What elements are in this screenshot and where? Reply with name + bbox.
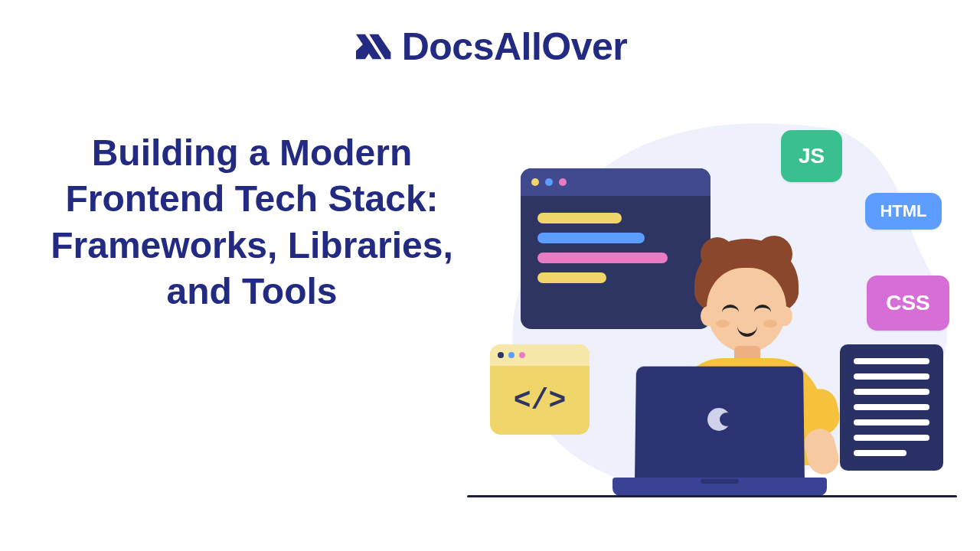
laptop-logo-icon bbox=[707, 408, 730, 431]
css-tag: CSS bbox=[867, 276, 949, 331]
brand-header: DocsAllOver bbox=[353, 24, 628, 69]
laptop-icon bbox=[612, 361, 827, 499]
doc-line-icon bbox=[854, 373, 929, 380]
desk-line-icon bbox=[467, 495, 957, 497]
window-dot-icon bbox=[559, 178, 567, 186]
cheek-icon bbox=[716, 320, 730, 328]
hero-title-block: Building a Modern Frontend Tech Stack: F… bbox=[49, 130, 455, 315]
code-tag-window-icon: </> bbox=[490, 344, 590, 435]
laptop-screen-icon bbox=[635, 367, 805, 481]
window-dot-icon bbox=[531, 178, 539, 186]
code-line-icon bbox=[537, 272, 606, 283]
brand-name: DocsAllOver bbox=[402, 24, 628, 69]
html-tag-label: HTML bbox=[880, 201, 926, 221]
window-dot-icon bbox=[519, 352, 525, 358]
window-dot-icon bbox=[545, 178, 553, 186]
window-dot-icon bbox=[498, 352, 504, 358]
css-tag-label: CSS bbox=[886, 291, 930, 315]
js-tag: JS bbox=[781, 130, 842, 182]
doc-line-icon bbox=[854, 450, 906, 456]
window-titlebar bbox=[521, 168, 710, 196]
code-line-icon bbox=[537, 213, 622, 223]
doc-line-icon bbox=[854, 358, 929, 364]
code-tag-symbol: </> bbox=[490, 366, 590, 435]
face-icon bbox=[707, 268, 786, 352]
doc-line-icon bbox=[854, 435, 929, 441]
html-tag: HTML bbox=[865, 193, 942, 230]
doc-line-icon bbox=[854, 404, 929, 410]
document-card-icon bbox=[840, 344, 943, 471]
code-line-icon bbox=[537, 233, 645, 243]
double-chevron-x-icon bbox=[353, 26, 394, 67]
doc-line-icon bbox=[854, 389, 929, 395]
cheek-icon bbox=[763, 320, 777, 328]
hero-title: Building a Modern Frontend Tech Stack: F… bbox=[49, 130, 455, 315]
window-titlebar bbox=[490, 344, 590, 366]
window-dot-icon bbox=[508, 352, 514, 358]
doc-line-icon bbox=[854, 419, 929, 425]
laptop-base-icon bbox=[612, 478, 827, 496]
hero-illustration: JS HTML CSS bbox=[475, 115, 949, 528]
js-tag-label: JS bbox=[799, 144, 825, 168]
